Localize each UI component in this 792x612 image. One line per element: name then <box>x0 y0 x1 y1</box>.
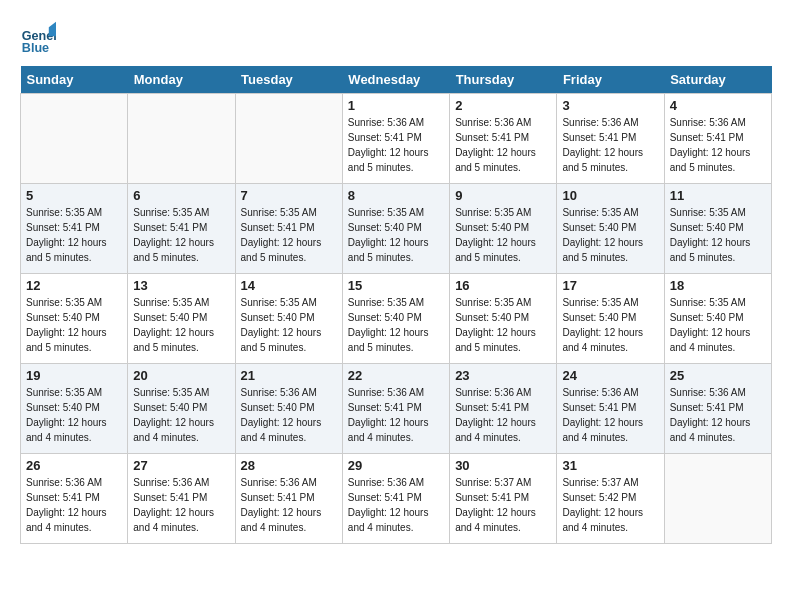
day-number: 28 <box>241 458 337 473</box>
day-number: 22 <box>348 368 444 383</box>
calendar-cell: 4Sunrise: 5:36 AM Sunset: 5:41 PM Daylig… <box>664 94 771 184</box>
calendar-cell: 16Sunrise: 5:35 AM Sunset: 5:40 PM Dayli… <box>450 274 557 364</box>
day-number: 12 <box>26 278 122 293</box>
day-info: Sunrise: 5:35 AM Sunset: 5:40 PM Dayligh… <box>562 205 658 265</box>
calendar-cell: 2Sunrise: 5:36 AM Sunset: 5:41 PM Daylig… <box>450 94 557 184</box>
calendar-cell <box>664 454 771 544</box>
calendar-cell: 23Sunrise: 5:36 AM Sunset: 5:41 PM Dayli… <box>450 364 557 454</box>
day-number: 4 <box>670 98 766 113</box>
weekday-header-row: SundayMondayTuesdayWednesdayThursdayFrid… <box>21 66 772 94</box>
calendar-cell: 21Sunrise: 5:36 AM Sunset: 5:40 PM Dayli… <box>235 364 342 454</box>
calendar-cell: 11Sunrise: 5:35 AM Sunset: 5:40 PM Dayli… <box>664 184 771 274</box>
calendar-cell: 29Sunrise: 5:36 AM Sunset: 5:41 PM Dayli… <box>342 454 449 544</box>
calendar-cell: 19Sunrise: 5:35 AM Sunset: 5:40 PM Dayli… <box>21 364 128 454</box>
day-number: 21 <box>241 368 337 383</box>
calendar-cell: 30Sunrise: 5:37 AM Sunset: 5:41 PM Dayli… <box>450 454 557 544</box>
calendar-cell: 6Sunrise: 5:35 AM Sunset: 5:41 PM Daylig… <box>128 184 235 274</box>
day-number: 23 <box>455 368 551 383</box>
calendar-cell: 9Sunrise: 5:35 AM Sunset: 5:40 PM Daylig… <box>450 184 557 274</box>
calendar-cell: 5Sunrise: 5:35 AM Sunset: 5:41 PM Daylig… <box>21 184 128 274</box>
day-info: Sunrise: 5:35 AM Sunset: 5:40 PM Dayligh… <box>455 205 551 265</box>
day-number: 8 <box>348 188 444 203</box>
calendar-cell: 20Sunrise: 5:35 AM Sunset: 5:40 PM Dayli… <box>128 364 235 454</box>
calendar-cell: 26Sunrise: 5:36 AM Sunset: 5:41 PM Dayli… <box>21 454 128 544</box>
calendar-cell <box>21 94 128 184</box>
weekday-header-tuesday: Tuesday <box>235 66 342 94</box>
day-info: Sunrise: 5:36 AM Sunset: 5:41 PM Dayligh… <box>670 115 766 175</box>
day-number: 3 <box>562 98 658 113</box>
calendar-cell: 24Sunrise: 5:36 AM Sunset: 5:41 PM Dayli… <box>557 364 664 454</box>
day-info: Sunrise: 5:36 AM Sunset: 5:41 PM Dayligh… <box>562 385 658 445</box>
day-info: Sunrise: 5:36 AM Sunset: 5:41 PM Dayligh… <box>133 475 229 535</box>
calendar-table: SundayMondayTuesdayWednesdayThursdayFrid… <box>20 66 772 544</box>
day-number: 16 <box>455 278 551 293</box>
day-number: 11 <box>670 188 766 203</box>
calendar-cell: 3Sunrise: 5:36 AM Sunset: 5:41 PM Daylig… <box>557 94 664 184</box>
day-number: 24 <box>562 368 658 383</box>
calendar-cell: 12Sunrise: 5:35 AM Sunset: 5:40 PM Dayli… <box>21 274 128 364</box>
weekday-header-sunday: Sunday <box>21 66 128 94</box>
weekday-header-friday: Friday <box>557 66 664 94</box>
calendar-cell <box>128 94 235 184</box>
day-info: Sunrise: 5:36 AM Sunset: 5:41 PM Dayligh… <box>670 385 766 445</box>
day-number: 18 <box>670 278 766 293</box>
day-info: Sunrise: 5:36 AM Sunset: 5:41 PM Dayligh… <box>562 115 658 175</box>
svg-marker-2 <box>49 22 56 36</box>
weekday-header-monday: Monday <box>128 66 235 94</box>
day-number: 10 <box>562 188 658 203</box>
calendar-cell: 18Sunrise: 5:35 AM Sunset: 5:40 PM Dayli… <box>664 274 771 364</box>
day-info: Sunrise: 5:35 AM Sunset: 5:40 PM Dayligh… <box>348 205 444 265</box>
calendar-cell: 10Sunrise: 5:35 AM Sunset: 5:40 PM Dayli… <box>557 184 664 274</box>
day-number: 14 <box>241 278 337 293</box>
day-info: Sunrise: 5:35 AM Sunset: 5:40 PM Dayligh… <box>241 295 337 355</box>
day-info: Sunrise: 5:35 AM Sunset: 5:40 PM Dayligh… <box>133 385 229 445</box>
day-info: Sunrise: 5:37 AM Sunset: 5:42 PM Dayligh… <box>562 475 658 535</box>
logo-icon: General Blue <box>20 20 56 56</box>
day-number: 29 <box>348 458 444 473</box>
calendar-week-row: 12Sunrise: 5:35 AM Sunset: 5:40 PM Dayli… <box>21 274 772 364</box>
day-number: 26 <box>26 458 122 473</box>
day-info: Sunrise: 5:36 AM Sunset: 5:41 PM Dayligh… <box>348 115 444 175</box>
calendar-cell: 17Sunrise: 5:35 AM Sunset: 5:40 PM Dayli… <box>557 274 664 364</box>
day-info: Sunrise: 5:35 AM Sunset: 5:41 PM Dayligh… <box>26 205 122 265</box>
weekday-header-thursday: Thursday <box>450 66 557 94</box>
day-number: 13 <box>133 278 229 293</box>
day-info: Sunrise: 5:35 AM Sunset: 5:40 PM Dayligh… <box>133 295 229 355</box>
day-number: 5 <box>26 188 122 203</box>
day-number: 27 <box>133 458 229 473</box>
day-info: Sunrise: 5:35 AM Sunset: 5:40 PM Dayligh… <box>26 385 122 445</box>
calendar-cell: 7Sunrise: 5:35 AM Sunset: 5:41 PM Daylig… <box>235 184 342 274</box>
day-number: 19 <box>26 368 122 383</box>
svg-text:Blue: Blue <box>22 41 49 55</box>
day-info: Sunrise: 5:35 AM Sunset: 5:40 PM Dayligh… <box>26 295 122 355</box>
calendar-week-row: 1Sunrise: 5:36 AM Sunset: 5:41 PM Daylig… <box>21 94 772 184</box>
calendar-week-row: 5Sunrise: 5:35 AM Sunset: 5:41 PM Daylig… <box>21 184 772 274</box>
day-info: Sunrise: 5:36 AM Sunset: 5:41 PM Dayligh… <box>241 475 337 535</box>
day-info: Sunrise: 5:35 AM Sunset: 5:40 PM Dayligh… <box>670 205 766 265</box>
day-info: Sunrise: 5:35 AM Sunset: 5:41 PM Dayligh… <box>133 205 229 265</box>
weekday-header-wednesday: Wednesday <box>342 66 449 94</box>
weekday-header-saturday: Saturday <box>664 66 771 94</box>
calendar-cell: 15Sunrise: 5:35 AM Sunset: 5:40 PM Dayli… <box>342 274 449 364</box>
day-number: 15 <box>348 278 444 293</box>
calendar-cell: 31Sunrise: 5:37 AM Sunset: 5:42 PM Dayli… <box>557 454 664 544</box>
day-number: 31 <box>562 458 658 473</box>
day-number: 20 <box>133 368 229 383</box>
logo: General Blue <box>20 20 62 56</box>
calendar-cell: 14Sunrise: 5:35 AM Sunset: 5:40 PM Dayli… <box>235 274 342 364</box>
day-info: Sunrise: 5:35 AM Sunset: 5:40 PM Dayligh… <box>348 295 444 355</box>
day-info: Sunrise: 5:36 AM Sunset: 5:41 PM Dayligh… <box>348 385 444 445</box>
day-info: Sunrise: 5:36 AM Sunset: 5:41 PM Dayligh… <box>348 475 444 535</box>
day-info: Sunrise: 5:36 AM Sunset: 5:41 PM Dayligh… <box>455 385 551 445</box>
calendar-cell: 8Sunrise: 5:35 AM Sunset: 5:40 PM Daylig… <box>342 184 449 274</box>
calendar-cell: 25Sunrise: 5:36 AM Sunset: 5:41 PM Dayli… <box>664 364 771 454</box>
day-number: 7 <box>241 188 337 203</box>
page-header: General Blue <box>20 20 772 56</box>
day-info: Sunrise: 5:36 AM Sunset: 5:41 PM Dayligh… <box>455 115 551 175</box>
day-number: 6 <box>133 188 229 203</box>
day-info: Sunrise: 5:37 AM Sunset: 5:41 PM Dayligh… <box>455 475 551 535</box>
day-info: Sunrise: 5:35 AM Sunset: 5:40 PM Dayligh… <box>670 295 766 355</box>
day-info: Sunrise: 5:35 AM Sunset: 5:40 PM Dayligh… <box>455 295 551 355</box>
day-info: Sunrise: 5:35 AM Sunset: 5:41 PM Dayligh… <box>241 205 337 265</box>
day-number: 17 <box>562 278 658 293</box>
